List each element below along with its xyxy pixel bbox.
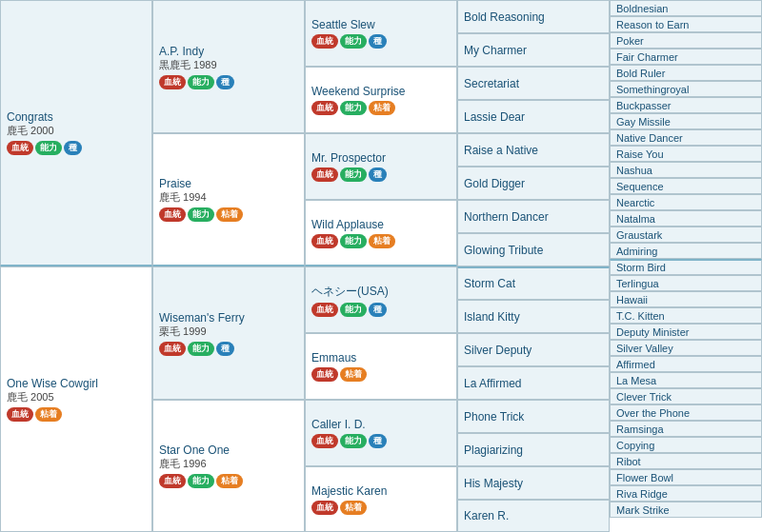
horse-name-majestickaren[interactable]: Majestic Karen [311, 484, 451, 498]
horse-hawaii: Hawaii [610, 291, 762, 307]
horse-name-lassiedear[interactable]: Lassie Dear [464, 110, 525, 124]
horse-name-hawaii[interactable]: Hawaii [616, 294, 648, 305]
horse-name-seattleslew[interactable]: Seattle Slew [311, 18, 451, 31]
horse-gaymissile: Gay Missile [610, 113, 762, 129]
horse-hismajesty: His Majesty [457, 466, 610, 500]
horse-silverdeputy: Silver Deputy [457, 333, 610, 366]
horse-name-deputyminister[interactable]: Deputy Minister [616, 326, 689, 338]
horse-name-gaymissile[interactable]: Gay Missile [616, 116, 671, 128]
horse-info-apindy: 黒鹿毛 1989 [159, 58, 298, 72]
badges-majestickaren: 血統 粘着 [311, 501, 451, 515]
horse-name-ramsinga[interactable]: Ramsinga [616, 424, 664, 435]
horse-name-boldreasoning[interactable]: Bold Reasoning [464, 10, 545, 24]
horse-faircharmer: Fair Charmer [610, 49, 762, 65]
horse-name-stormbird[interactable]: Storm Bird [616, 262, 666, 273]
horse-name-reasontoearn[interactable]: Reason to Earn [616, 19, 689, 30]
horse-name-glowingtribute[interactable]: Glowing Tribute [464, 244, 543, 257]
horse-name-karenr[interactable]: Karen R. [464, 509, 509, 522]
horse-nativedancer: Native Dancer [610, 129, 762, 146]
badge-breed: 種 [64, 141, 82, 155]
horse-name-wisemansferry[interactable]: Wiseman's Ferry [159, 311, 298, 325]
horse-reasontoearn: Reason to Earn [610, 16, 762, 32]
horse-name-henessy[interactable]: ヘネシー(USA) [311, 284, 451, 300]
horse-name-raiseanative[interactable]: Raise a Native [464, 144, 538, 157]
horse-name-nearctic[interactable]: Nearctic [616, 197, 654, 208]
horse-name-graustark[interactable]: Graustark [616, 229, 662, 241]
horse-badges-praise: 血統 能力 粘着 [159, 207, 298, 222]
horse-name-raiseyou[interactable]: Raise You [616, 148, 664, 160]
horse-admiring: Admiring [610, 243, 762, 259]
badges-mrprospector: 血統 能力 種 [311, 167, 451, 182]
horse-name-natalma[interactable]: Natalma [616, 213, 655, 225]
horse-name-buckpasser[interactable]: Buckpasser [616, 100, 671, 111]
horse-name-nativedancer[interactable]: Native Dancer [616, 132, 683, 144]
horse-name-mycharmer[interactable]: My Charmer [464, 44, 527, 57]
horse-name-islandkitty[interactable]: Island Kitty [464, 310, 520, 324]
horse-name-boldnesian[interactable]: Boldnesian [616, 3, 668, 14]
horse-name-clevertrick[interactable]: Clever Trick [616, 391, 672, 403]
horse-name-plagiarizing[interactable]: Plagiarizing [464, 443, 523, 457]
horse-name-apindy[interactable]: A.P. Indy [159, 45, 298, 58]
horse-name-copying[interactable]: Copying [616, 440, 654, 451]
horse-name-secretariat[interactable]: Secretariat [464, 77, 519, 90]
horse-name-flowerbowl[interactable]: Flower Bowl [616, 472, 673, 483]
horse-name-emmaus[interactable]: Emmaus [311, 351, 451, 365]
horse-name-silvervalley[interactable]: Silver Valley [616, 343, 673, 354]
horse-name-northerndancer[interactable]: Northern Dancer [464, 210, 549, 224]
horse-info-praise: 鹿毛 1994 [159, 190, 298, 205]
horse-name-terlingua[interactable]: Terlingua [616, 278, 659, 289]
badges-emmaus: 血統 粘着 [311, 367, 451, 382]
horse-name-weekendsurprise[interactable]: Weekend Surprise [311, 85, 451, 98]
horse-name-hismajesty[interactable]: His Majesty [464, 477, 523, 490]
horse-staroneone: Star One One 鹿毛 1996 血統 能力 粘着 [152, 400, 305, 532]
horse-nashua: Nashua [610, 162, 762, 178]
horse-name-mrprospector[interactable]: Mr. Prospector [311, 151, 451, 165]
horse-name-laaffirmed[interactable]: La Affirmed [464, 377, 521, 390]
horse-name-overthephone[interactable]: Over the Phone [616, 407, 690, 419]
horse-praise: Praise 鹿毛 1994 血統 能力 粘着 [152, 133, 305, 266]
horse-boldnesian: Boldnesian [610, 0, 762, 16]
gen4-column: Bold Reasoning My Charmer Secretariat La… [457, 0, 610, 532]
horse-name-faircharmer[interactable]: Fair Charmer [616, 51, 678, 63]
horse-badges-apindy: 血統 能力 種 [159, 75, 298, 89]
horse-glowingtribute: Glowing Tribute [457, 233, 610, 266]
horse-info-onewisecowgirl: 鹿毛 2005 [7, 390, 146, 404]
horse-name-rivalridge[interactable]: Riva Ridge [616, 488, 668, 500]
horse-wisemansferry: Wiseman's Ferry 栗毛 1999 血統 能力 種 [152, 266, 305, 400]
horse-callerid: Caller I. D. 血統 能力 種 [305, 400, 457, 466]
horse-boldruler: Bold Ruler [610, 65, 762, 81]
horse-apindy: A.P. Indy 黒鹿毛 1989 血統 能力 種 [152, 0, 305, 133]
horse-secretariat: Secretariat [457, 67, 610, 100]
horse-name-congrats[interactable]: Congrats [7, 110, 146, 124]
horse-name-wildapplause[interactable]: Wild Applause [311, 218, 451, 231]
horse-mrprospector: Mr. Prospector 血統 能力 種 [305, 133, 457, 200]
horse-name-admiring[interactable]: Admiring [616, 246, 657, 257]
horse-name-boldruler[interactable]: Bold Ruler [616, 68, 665, 79]
horse-name-tckitten[interactable]: T.C. Kitten [616, 310, 665, 322]
horse-name-lamesa[interactable]: La Mesa [616, 375, 656, 386]
horse-name-stormcat[interactable]: Storm Cat [464, 277, 515, 290]
horse-name-markstrike[interactable]: Mark Strike [616, 504, 670, 516]
horse-stormcat: Storm Cat [457, 266, 610, 300]
horse-name-poker[interactable]: Poker [616, 35, 644, 47]
horse-name-somethingroyal[interactable]: Somethingroyal [616, 84, 689, 95]
horse-silvervalley: Silver Valley [610, 340, 762, 356]
horse-name-sequence[interactable]: Sequence [616, 181, 664, 192]
horse-name-onewisecowgirl[interactable]: One Wise Cowgirl [7, 377, 146, 390]
badges-henessy: 血統 能力 種 [311, 303, 451, 317]
horse-name-nashua[interactable]: Nashua [616, 165, 652, 176]
horse-name-phonetrick[interactable]: Phone Trick [464, 410, 524, 424]
horse-golddigger: Gold Digger [457, 167, 610, 200]
horse-clevertrick: Clever Trick [610, 388, 762, 404]
horse-name-ribot[interactable]: Ribot [616, 456, 641, 467]
horse-name-praise[interactable]: Praise [159, 177, 298, 190]
horse-name-affirmed[interactable]: Affirmed [616, 359, 655, 370]
horse-emmaus: Emmaus 血統 粘着 [305, 333, 457, 400]
horse-name-callerid[interactable]: Caller I. D. [311, 418, 451, 431]
badge-blood: 血統 [7, 141, 33, 155]
horse-badges-wisemansferry: 血統 能力 種 [159, 342, 298, 356]
horse-deputyminister: Deputy Minister [610, 324, 762, 340]
horse-name-golddigger[interactable]: Gold Digger [464, 177, 525, 190]
horse-name-silverdeputy[interactable]: Silver Deputy [464, 344, 531, 357]
horse-name-staroneone[interactable]: Star One One [159, 443, 298, 457]
